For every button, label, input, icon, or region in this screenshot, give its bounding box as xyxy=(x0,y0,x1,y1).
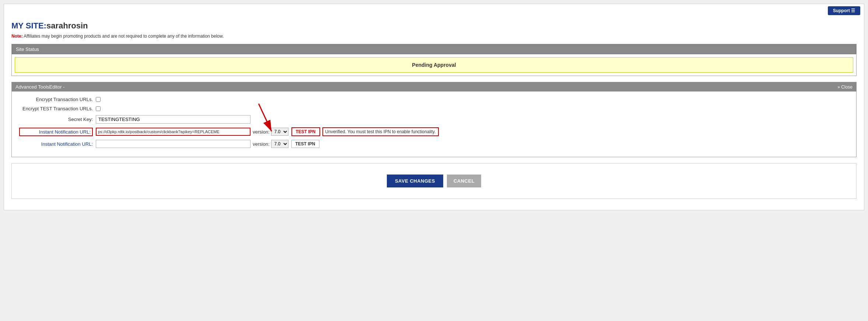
version-group-2: version: 7.0 6.0 5.0 xyxy=(253,140,288,148)
buttons-section: SAVE CHANGES CANCEL xyxy=(11,163,857,199)
ipn-label-1: Instant Notification URL: xyxy=(19,128,93,136)
encrypt-transaction-row: Encrypt Transaction URLs. xyxy=(19,97,849,102)
unverified-text: Unverified. You must test this IPN to en… xyxy=(322,127,439,136)
encrypt-test-row: Encrypt TEST Transaction URLs. xyxy=(19,106,849,111)
cancel-button[interactable]: CANCEL xyxy=(447,175,481,187)
tools-body-inner: Encrypt Transaction URLs. Encrypt TEST T… xyxy=(19,97,849,148)
version-select-2[interactable]: 7.0 6.0 5.0 xyxy=(271,140,288,148)
secret-key-row: Secret Key: xyxy=(19,115,849,124)
site-title: MY SITE:sarahrosin xyxy=(11,21,857,31)
site-status-section: Site Status Pending Approval xyxy=(11,44,857,76)
page-wrapper: Support ☰ MY SITE:sarahrosin Note: Affil… xyxy=(4,4,864,210)
ipn-row-2: Instant Notification URL: version: 7.0 6… xyxy=(19,140,849,148)
note-body: Affiliates may begin promoting products … xyxy=(23,34,224,39)
ipn-row-1: Instant Notification URL: version: 7.0 6… xyxy=(19,127,849,136)
note-text: Note: Affiliates may begin promoting pro… xyxy=(11,34,857,39)
encrypt-test-label: Encrypt TEST Transaction URLs. xyxy=(19,106,93,111)
version-select-1[interactable]: 7.0 6.0 5.0 xyxy=(271,128,288,136)
site-status-header: Site Status xyxy=(12,44,856,54)
site-name-value: sarahrosin xyxy=(46,21,88,30)
encrypt-transaction-label: Encrypt Transaction URLs. xyxy=(19,97,93,102)
advanced-tools-section: Advanced ToolsEditor - » Close Encrypt T… xyxy=(11,82,857,157)
advanced-tools-header: Advanced ToolsEditor - » Close xyxy=(12,82,856,92)
pending-approval-bar: Pending Approval xyxy=(15,57,853,73)
encrypt-test-checkbox[interactable] xyxy=(96,106,101,111)
close-link[interactable]: » Close xyxy=(837,84,853,90)
test-ipn-button-1[interactable]: TEST IPN xyxy=(291,127,320,136)
advanced-tools-title: Advanced ToolsEditor - xyxy=(15,84,64,90)
page-content: MY SITE:sarahrosin Note: Affiliates may … xyxy=(4,17,864,210)
support-button[interactable]: Support ☰ xyxy=(828,6,860,15)
ipn-url-input-1[interactable] xyxy=(96,128,251,136)
top-bar: Support ☰ xyxy=(4,4,864,17)
encrypt-transaction-checkbox[interactable] xyxy=(96,97,101,102)
my-site-label: MY SITE: xyxy=(11,21,46,30)
note-bold: Note: xyxy=(11,34,23,39)
version-group-1: version: 7.0 6.0 5.0 xyxy=(253,128,288,136)
ipn-url-input-2[interactable] xyxy=(96,140,251,148)
version-label-2: version: xyxy=(253,141,270,147)
secret-key-input[interactable] xyxy=(96,115,251,124)
ipn-label-2: Instant Notification URL: xyxy=(19,141,93,147)
secret-key-label: Secret Key: xyxy=(19,117,93,122)
save-changes-button[interactable]: SAVE CHANGES xyxy=(387,175,443,187)
tools-body: Encrypt Transaction URLs. Encrypt TEST T… xyxy=(12,92,856,157)
test-ipn-button-2[interactable]: TEST IPN xyxy=(291,140,319,148)
version-label-1: version: xyxy=(253,129,270,135)
